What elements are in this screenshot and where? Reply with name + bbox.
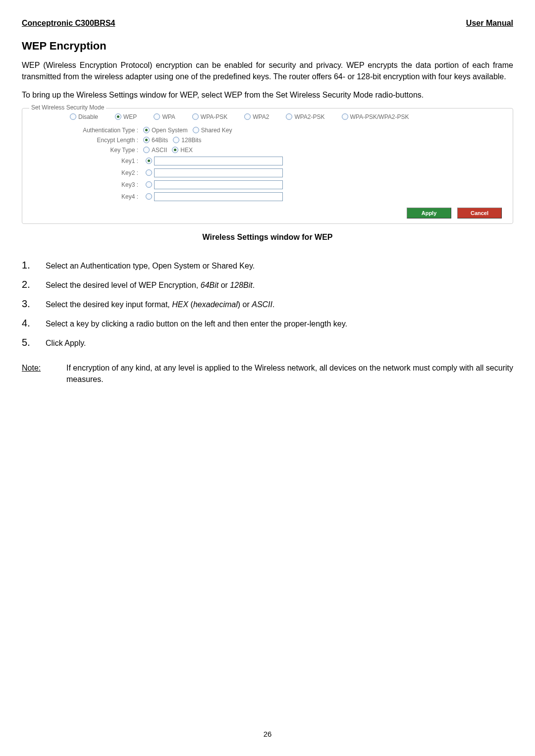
- key3-input[interactable]: [154, 180, 283, 189]
- key1-select[interactable]: [143, 158, 154, 164]
- step-2-prefix: Select the desired level of WEP Encrypti…: [46, 281, 201, 289]
- key3-select[interactable]: [143, 181, 154, 188]
- mode-disable[interactable]: Disable: [70, 113, 98, 120]
- step-1: Select an Authentication type, Open Syst…: [22, 260, 513, 271]
- step-3-suffix: .: [272, 300, 274, 309]
- key1-label: Key1 :: [29, 158, 143, 164]
- auth-type-label: Authentication Type :: [29, 127, 143, 134]
- auth-shared-label: Shared Key: [201, 127, 232, 134]
- mode-wpa-label: WPA: [162, 113, 175, 120]
- mode-wep[interactable]: WEP: [115, 113, 137, 120]
- radio-icon: [143, 137, 150, 143]
- key4-input[interactable]: [154, 192, 283, 201]
- header-left: Conceptronic C300BRS4: [22, 19, 115, 28]
- intro-paragraph-1: WEP (Wireless Encryption Protocol) encry…: [22, 59, 513, 82]
- step-2-i2: 128Bit: [230, 281, 252, 289]
- key4-label: Key4 :: [29, 193, 143, 200]
- page-header: Conceptronic C300BRS4 User Manual: [22, 19, 513, 29]
- header-right: User Manual: [466, 19, 513, 28]
- enc-64-label: 64Bits: [152, 137, 168, 144]
- mode-wpa[interactable]: WPA: [154, 113, 175, 120]
- radio-icon: [143, 127, 150, 133]
- keytype-ascii[interactable]: ASCII: [143, 147, 167, 154]
- step-4: Select a key by clicking a radio button …: [22, 318, 513, 329]
- mode-wpapsk[interactable]: WPA-PSK: [192, 113, 227, 120]
- mode-wpapsk-label: WPA-PSK: [201, 113, 227, 120]
- encrypt-length-label: Encypt Length :: [29, 137, 143, 144]
- mode-mixed[interactable]: WPA-PSK/WPA2-PSK: [342, 113, 409, 120]
- step-2: Select the desired level of WEP Encrypti…: [22, 279, 513, 290]
- radio-icon: [193, 127, 199, 133]
- enc-128bits[interactable]: 128Bits: [173, 137, 201, 144]
- radio-icon: [192, 113, 199, 120]
- auth-open-label: Open System: [152, 127, 188, 134]
- mode-wep-label: WEP: [123, 113, 137, 120]
- steps-list: Select an Authentication type, Open Syst…: [22, 260, 513, 348]
- step-5-text: Click Apply.: [46, 339, 86, 348]
- key1-input[interactable]: [154, 157, 283, 165]
- keytype-hex[interactable]: HEX: [172, 147, 193, 154]
- step-3-i3: ASCII: [252, 300, 272, 309]
- mode-wpa2psk[interactable]: WPA2-PSK: [286, 113, 324, 120]
- radio-icon: [154, 113, 160, 120]
- apply-button[interactable]: Apply: [407, 208, 451, 218]
- radio-icon: [172, 147, 178, 153]
- intro-paragraph-2: To bring up the Wireless Settings window…: [22, 89, 513, 101]
- radio-icon: [146, 169, 152, 176]
- note-label: Note:: [22, 362, 52, 385]
- mode-wpa2-label: WPA2: [253, 113, 269, 120]
- mode-wpa2psk-label: WPA2-PSK: [294, 113, 324, 120]
- step-5: Click Apply.: [22, 337, 513, 348]
- page-number: 26: [0, 730, 535, 738]
- auth-open-system[interactable]: Open System: [143, 127, 188, 134]
- key4-select[interactable]: [143, 193, 154, 200]
- radio-icon: [286, 113, 292, 120]
- fieldset-legend: Set Wireless Security Mode: [29, 104, 106, 111]
- enc-64bits[interactable]: 64Bits: [143, 137, 168, 144]
- auth-shared-key[interactable]: Shared Key: [193, 127, 232, 134]
- key-type-label: Key Type :: [29, 147, 143, 154]
- step-3-prefix: Select the desired key input format,: [46, 300, 172, 309]
- radio-icon: [146, 193, 152, 200]
- key2-select[interactable]: [143, 169, 154, 176]
- key2-label: Key2 :: [29, 169, 143, 176]
- step-1-text: Select an Authentication type, Open Syst…: [46, 262, 255, 270]
- keytype-ascii-label: ASCII: [152, 147, 167, 154]
- radio-icon: [146, 181, 152, 188]
- note-body: If encryption of any kind, at any level …: [66, 362, 513, 385]
- step-2-suffix: .: [253, 281, 255, 289]
- step-3-i2: hexadecimal: [193, 300, 238, 309]
- mode-wpa2[interactable]: WPA2: [244, 113, 269, 120]
- section-title: WEP Encryption: [22, 40, 513, 53]
- step-3-i1: HEX: [172, 300, 188, 309]
- figure-caption: Wireless Settings window for WEP: [22, 233, 513, 242]
- step-2-mid: or: [218, 281, 230, 289]
- radio-icon: [70, 113, 76, 120]
- radio-icon: [244, 113, 251, 120]
- mode-mixed-label: WPA-PSK/WPA2-PSK: [350, 113, 409, 120]
- note-block: Note: If encryption of any kind, at any …: [22, 362, 513, 385]
- key2-input[interactable]: [154, 168, 283, 177]
- step-3-paren-close: ) or: [238, 300, 252, 309]
- enc-128-label: 128Bits: [181, 137, 201, 144]
- step-3-paren-open: (: [188, 300, 193, 309]
- keytype-hex-label: HEX: [180, 147, 193, 154]
- mode-disable-label: Disable: [78, 113, 98, 120]
- radio-icon: [143, 147, 150, 153]
- step-3: Select the desired key input format, HEX…: [22, 298, 513, 310]
- step-2-i1: 64Bit: [201, 281, 218, 289]
- cancel-button[interactable]: Cancel: [457, 208, 502, 218]
- radio-icon: [115, 113, 121, 120]
- radio-icon: [173, 137, 179, 143]
- security-mode-fieldset: Set Wireless Security Mode Disable WEP W…: [22, 108, 513, 224]
- step-4-text: Select a key by clicking a radio button …: [46, 320, 347, 328]
- radio-icon: [146, 158, 152, 164]
- key3-label: Key3 :: [29, 181, 143, 188]
- radio-icon: [342, 113, 348, 120]
